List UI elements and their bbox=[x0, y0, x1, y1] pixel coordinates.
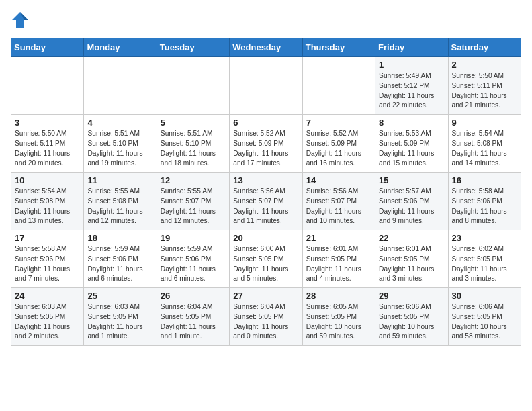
calendar-cell: 17Sunrise: 5:58 AM Sunset: 5:06 PM Dayli… bbox=[11, 230, 84, 288]
day-number: 9 bbox=[452, 118, 517, 128]
day-info: Sunrise: 6:06 AM Sunset: 5:05 PM Dayligh… bbox=[379, 302, 444, 342]
day-number: 2 bbox=[452, 60, 517, 70]
day-info: Sunrise: 6:06 AM Sunset: 5:05 PM Dayligh… bbox=[452, 302, 517, 342]
day-number: 14 bbox=[306, 175, 371, 185]
calendar-cell: 5Sunrise: 5:51 AM Sunset: 5:10 PM Daylig… bbox=[157, 115, 229, 173]
day-number: 3 bbox=[15, 118, 80, 128]
weekday-header-tuesday: Tuesday bbox=[157, 38, 229, 57]
day-info: Sunrise: 5:52 AM Sunset: 5:09 PM Dayligh… bbox=[306, 129, 371, 169]
calendar-cell bbox=[230, 57, 302, 115]
day-info: Sunrise: 6:01 AM Sunset: 5:05 PM Dayligh… bbox=[379, 244, 444, 284]
calendar-cell: 19Sunrise: 5:59 AM Sunset: 5:06 PM Dayli… bbox=[157, 230, 229, 288]
day-info: Sunrise: 5:58 AM Sunset: 5:06 PM Dayligh… bbox=[15, 244, 80, 284]
calendar-cell: 26Sunrise: 6:04 AM Sunset: 5:05 PM Dayli… bbox=[157, 288, 229, 346]
day-number: 5 bbox=[161, 118, 226, 128]
day-info: Sunrise: 5:56 AM Sunset: 5:07 PM Dayligh… bbox=[233, 187, 298, 226]
calendar-cell: 28Sunrise: 6:05 AM Sunset: 5:05 PM Dayli… bbox=[302, 288, 375, 346]
day-number: 20 bbox=[233, 233, 298, 243]
calendar-cell: 8Sunrise: 5:53 AM Sunset: 5:09 PM Daylig… bbox=[375, 115, 448, 173]
day-number: 28 bbox=[306, 291, 371, 301]
day-info: Sunrise: 5:54 AM Sunset: 5:08 PM Dayligh… bbox=[15, 187, 80, 226]
day-number: 21 bbox=[306, 233, 371, 243]
calendar-cell: 30Sunrise: 6:06 AM Sunset: 5:05 PM Dayli… bbox=[448, 288, 521, 346]
weekday-header-friday: Friday bbox=[375, 38, 448, 57]
day-info: Sunrise: 6:02 AM Sunset: 5:05 PM Dayligh… bbox=[452, 244, 517, 284]
calendar-cell: 23Sunrise: 6:02 AM Sunset: 5:05 PM Dayli… bbox=[448, 230, 521, 288]
day-info: Sunrise: 5:54 AM Sunset: 5:08 PM Dayligh… bbox=[452, 129, 517, 169]
calendar-cell: 7Sunrise: 5:52 AM Sunset: 5:09 PM Daylig… bbox=[302, 115, 375, 173]
calendar-cell: 2Sunrise: 5:50 AM Sunset: 5:11 PM Daylig… bbox=[448, 57, 521, 115]
day-info: Sunrise: 5:52 AM Sunset: 5:09 PM Dayligh… bbox=[233, 129, 298, 169]
calendar-cell: 3Sunrise: 5:50 AM Sunset: 5:11 PM Daylig… bbox=[11, 115, 84, 173]
day-number: 13 bbox=[233, 175, 298, 185]
day-info: Sunrise: 6:00 AM Sunset: 5:05 PM Dayligh… bbox=[233, 244, 298, 284]
day-number: 11 bbox=[87, 175, 152, 185]
calendar-cell: 18Sunrise: 5:59 AM Sunset: 5:06 PM Dayli… bbox=[84, 230, 157, 288]
day-info: Sunrise: 5:50 AM Sunset: 5:11 PM Dayligh… bbox=[15, 129, 80, 169]
weekday-header-sunday: Sunday bbox=[11, 38, 84, 57]
calendar-cell: 21Sunrise: 6:01 AM Sunset: 5:05 PM Dayli… bbox=[302, 230, 375, 288]
logo-icon bbox=[11, 11, 30, 30]
day-number: 10 bbox=[15, 175, 80, 185]
day-info: Sunrise: 5:53 AM Sunset: 5:09 PM Dayligh… bbox=[379, 129, 444, 169]
calendar-cell bbox=[302, 57, 375, 115]
calendar-cell: 9Sunrise: 5:54 AM Sunset: 5:08 PM Daylig… bbox=[448, 115, 521, 173]
calendar-cell: 6Sunrise: 5:52 AM Sunset: 5:09 PM Daylig… bbox=[230, 115, 302, 173]
day-number: 15 bbox=[379, 175, 444, 185]
day-info: Sunrise: 5:50 AM Sunset: 5:11 PM Dayligh… bbox=[452, 71, 517, 111]
day-number: 30 bbox=[452, 291, 517, 301]
calendar-table: SundayMondayTuesdayWednesdayThursdayFrid… bbox=[11, 38, 521, 346]
day-info: Sunrise: 5:55 AM Sunset: 5:07 PM Dayligh… bbox=[161, 187, 226, 226]
page-header bbox=[11, 11, 521, 30]
day-number: 23 bbox=[452, 233, 517, 243]
calendar-cell: 13Sunrise: 5:56 AM Sunset: 5:07 PM Dayli… bbox=[230, 173, 302, 230]
calendar-cell: 20Sunrise: 6:00 AM Sunset: 5:05 PM Dayli… bbox=[230, 230, 302, 288]
calendar-cell: 27Sunrise: 6:04 AM Sunset: 5:05 PM Dayli… bbox=[230, 288, 302, 346]
day-info: Sunrise: 5:57 AM Sunset: 5:06 PM Dayligh… bbox=[379, 187, 444, 226]
weekday-header-thursday: Thursday bbox=[302, 38, 375, 57]
calendar-cell: 25Sunrise: 6:03 AM Sunset: 5:05 PM Dayli… bbox=[84, 288, 157, 346]
calendar-cell: 22Sunrise: 6:01 AM Sunset: 5:05 PM Dayli… bbox=[375, 230, 448, 288]
calendar-cell: 4Sunrise: 5:51 AM Sunset: 5:10 PM Daylig… bbox=[84, 115, 157, 173]
day-number: 19 bbox=[161, 233, 226, 243]
logo bbox=[11, 11, 32, 30]
calendar-cell: 14Sunrise: 5:56 AM Sunset: 5:07 PM Dayli… bbox=[302, 173, 375, 230]
day-info: Sunrise: 5:56 AM Sunset: 5:07 PM Dayligh… bbox=[306, 187, 371, 226]
calendar-cell bbox=[84, 57, 157, 115]
day-number: 24 bbox=[15, 291, 80, 301]
calendar-cell: 1Sunrise: 5:49 AM Sunset: 5:12 PM Daylig… bbox=[375, 57, 448, 115]
day-info: Sunrise: 6:03 AM Sunset: 5:05 PM Dayligh… bbox=[15, 302, 80, 342]
weekday-header-wednesday: Wednesday bbox=[230, 38, 302, 57]
day-info: Sunrise: 6:05 AM Sunset: 5:05 PM Dayligh… bbox=[306, 302, 371, 342]
calendar-cell: 16Sunrise: 5:58 AM Sunset: 5:06 PM Dayli… bbox=[448, 173, 521, 230]
day-info: Sunrise: 5:58 AM Sunset: 5:06 PM Dayligh… bbox=[452, 187, 517, 226]
calendar-cell: 15Sunrise: 5:57 AM Sunset: 5:06 PM Dayli… bbox=[375, 173, 448, 230]
calendar-cell: 24Sunrise: 6:03 AM Sunset: 5:05 PM Dayli… bbox=[11, 288, 84, 346]
day-info: Sunrise: 6:04 AM Sunset: 5:05 PM Dayligh… bbox=[233, 302, 298, 342]
calendar-cell: 29Sunrise: 6:06 AM Sunset: 5:05 PM Dayli… bbox=[375, 288, 448, 346]
day-info: Sunrise: 5:51 AM Sunset: 5:10 PM Dayligh… bbox=[87, 129, 152, 169]
day-info: Sunrise: 5:55 AM Sunset: 5:08 PM Dayligh… bbox=[87, 187, 152, 226]
day-info: Sunrise: 5:51 AM Sunset: 5:10 PM Dayligh… bbox=[161, 129, 226, 169]
day-number: 7 bbox=[306, 118, 371, 128]
calendar-cell bbox=[157, 57, 229, 115]
day-number: 6 bbox=[233, 118, 298, 128]
day-number: 26 bbox=[161, 291, 226, 301]
day-number: 27 bbox=[233, 291, 298, 301]
day-number: 29 bbox=[379, 291, 444, 301]
day-number: 1 bbox=[379, 60, 444, 70]
day-number: 16 bbox=[452, 175, 517, 185]
day-number: 22 bbox=[379, 233, 444, 243]
day-number: 18 bbox=[87, 233, 152, 243]
day-info: Sunrise: 6:01 AM Sunset: 5:05 PM Dayligh… bbox=[306, 244, 371, 284]
calendar-cell: 10Sunrise: 5:54 AM Sunset: 5:08 PM Dayli… bbox=[11, 173, 84, 230]
day-info: Sunrise: 6:03 AM Sunset: 5:05 PM Dayligh… bbox=[87, 302, 152, 342]
calendar-cell: 11Sunrise: 5:55 AM Sunset: 5:08 PM Dayli… bbox=[84, 173, 157, 230]
day-number: 25 bbox=[87, 291, 152, 301]
day-info: Sunrise: 5:59 AM Sunset: 5:06 PM Dayligh… bbox=[87, 244, 152, 284]
calendar-cell: 12Sunrise: 5:55 AM Sunset: 5:07 PM Dayli… bbox=[157, 173, 229, 230]
day-info: Sunrise: 5:59 AM Sunset: 5:06 PM Dayligh… bbox=[161, 244, 226, 284]
weekday-header-monday: Monday bbox=[84, 38, 157, 57]
day-number: 4 bbox=[87, 118, 152, 128]
day-number: 17 bbox=[15, 233, 80, 243]
